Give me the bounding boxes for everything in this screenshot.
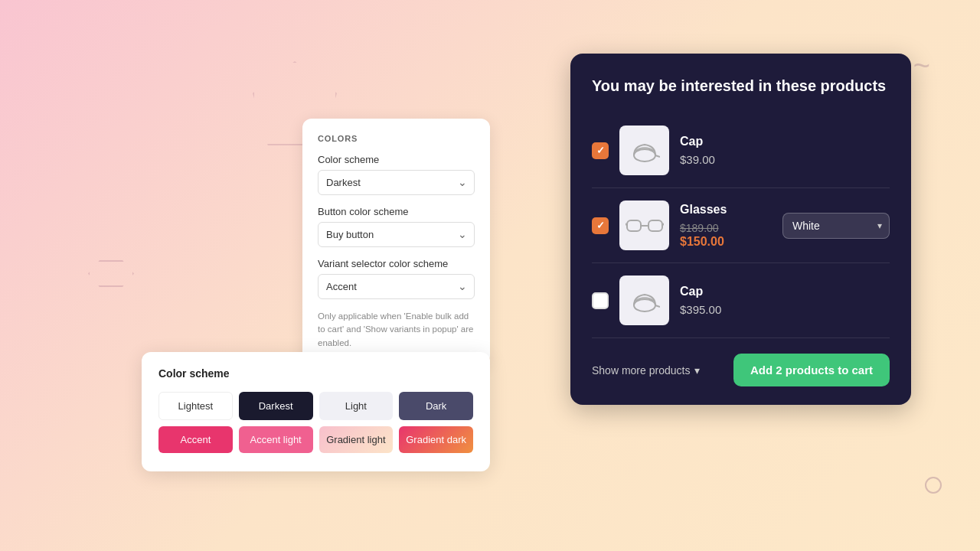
scheme-accent-light-btn[interactable]: Accent light: [239, 426, 313, 453]
product-image-1: [619, 126, 669, 175]
products-footer: Show more products ▾ Add 2 products to c…: [592, 354, 890, 386]
color-scheme-select[interactable]: Lightest Darkest Light Dark Accent Accen…: [318, 170, 475, 195]
variant-selector-label: Variant selector color scheme: [318, 258, 475, 269]
button-color-scheme-label: Button color scheme: [318, 206, 475, 217]
product-name-3: Cap: [680, 285, 890, 298]
product-sale-price-2: $150.00: [680, 235, 724, 248]
scheme-grid: Lightest Darkest Light Dark Accent Accen…: [158, 392, 473, 453]
deco-circle: [925, 477, 942, 494]
variant-select-2[interactable]: White Black Brown: [782, 213, 890, 239]
scheme-gradient-dark-btn[interactable]: Gradient dark: [399, 426, 473, 453]
variant-selector-select-wrapper: Accent Default Dark: [318, 274, 475, 299]
color-scheme-popup: Color scheme Lightest Darkest Light Dark…: [142, 352, 490, 471]
product-checkbox-2[interactable]: ✓: [592, 217, 609, 234]
scheme-dark-btn[interactable]: Dark: [399, 392, 473, 420]
show-more-label: Show more products: [592, 364, 690, 377]
scheme-darkest-btn[interactable]: Darkest: [239, 392, 313, 420]
checkmark-icon: ✓: [596, 145, 605, 156]
product-info-3: Cap $395.00: [680, 285, 890, 316]
svg-line-8: [655, 305, 660, 307]
popup-title: Color scheme: [158, 367, 473, 380]
svg-rect-2: [627, 220, 641, 231]
add-to-cart-button[interactable]: Add 2 products to cart: [733, 354, 890, 386]
cap-icon: [629, 135, 660, 166]
deco-shape-hexagon: [88, 260, 134, 287]
product-image-2: [619, 201, 669, 250]
product-price-1: $39.00: [680, 153, 890, 166]
cap-icon: [629, 285, 660, 316]
scheme-lightest-btn[interactable]: Lightest: [158, 392, 233, 420]
variant-selector-select[interactable]: Accent Default Dark: [318, 274, 475, 299]
product-image-3: [619, 276, 669, 325]
colors-panel: COLORS Color scheme Lightest Darkest Lig…: [302, 119, 490, 365]
glasses-icon: [626, 214, 664, 237]
color-scheme-select-wrapper: Lightest Darkest Light Dark Accent Accen…: [318, 170, 475, 195]
show-more-button[interactable]: Show more products ▾: [592, 364, 700, 377]
scheme-light-btn[interactable]: Light: [319, 392, 394, 420]
products-title: You may be interested in these products: [592, 75, 890, 96]
svg-point-7: [634, 299, 655, 311]
product-name-1: Cap: [680, 135, 890, 148]
svg-line-1: [655, 155, 660, 157]
section-title: COLORS: [318, 134, 475, 143]
product-name-2: Glasses: [680, 203, 772, 217]
product-row: Cap $395.00: [592, 263, 890, 338]
product-original-price-2: $189.00: [680, 222, 719, 234]
svg-point-0: [634, 149, 655, 161]
checkmark-icon: ✓: [596, 220, 605, 231]
product-price-3: $395.00: [680, 303, 890, 316]
product-info-2: Glasses $189.00 $150.00: [680, 203, 772, 249]
button-color-scheme-select-wrapper: Buy button Default: [318, 222, 475, 247]
deco-wave-icon: ~: [913, 50, 930, 83]
scheme-accent-btn[interactable]: Accent: [158, 426, 233, 453]
variant-hint-text: Only applicable when 'Enable bulk add to…: [318, 310, 475, 350]
product-info-1: Cap $39.00: [680, 135, 890, 166]
svg-rect-3: [648, 220, 662, 231]
button-color-scheme-select[interactable]: Buy button Default: [318, 222, 475, 247]
variant-select-wrapper-2: White Black Brown ▾: [782, 213, 890, 239]
chevron-down-icon: ▾: [694, 364, 700, 377]
product-row: ✓ Cap $39.00: [592, 113, 890, 188]
product-checkbox-3[interactable]: [592, 292, 609, 309]
color-scheme-label: Color scheme: [318, 154, 475, 165]
product-price-row-2: $189.00 $150.00: [680, 221, 772, 249]
product-row: ✓ Glasses $189.00 $150.00 White Black Br…: [592, 188, 890, 263]
scheme-gradient-light-btn[interactable]: Gradient light: [319, 426, 394, 453]
product-checkbox-1[interactable]: ✓: [592, 142, 609, 159]
products-panel: You may be interested in these products …: [570, 54, 911, 405]
